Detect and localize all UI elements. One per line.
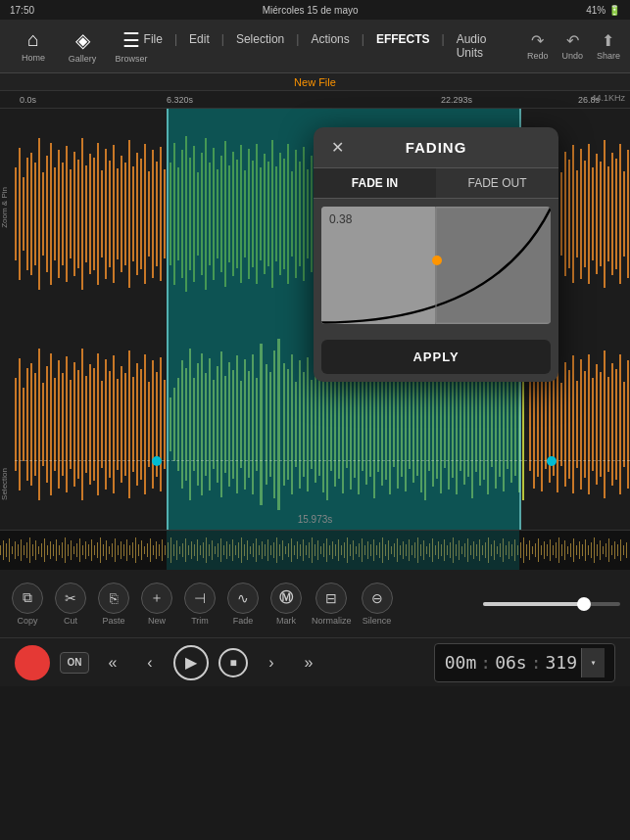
svg-rect-496 xyxy=(541,545,542,555)
svg-rect-148 xyxy=(600,162,602,266)
share-icon: ⬆ xyxy=(602,31,614,50)
time-minutes: 00m xyxy=(445,652,477,673)
svg-rect-304 xyxy=(604,350,606,498)
svg-rect-299 xyxy=(584,371,586,478)
svg-rect-526 xyxy=(167,531,519,570)
tool-cut[interactable]: ✂ Cut xyxy=(53,583,88,626)
svg-rect-324 xyxy=(35,540,36,560)
mark-label: Mark xyxy=(276,616,296,626)
svg-rect-150 xyxy=(607,166,609,261)
nav-gallery[interactable]: ◈ Gallery xyxy=(59,28,106,64)
time-seconds: 06s xyxy=(495,652,527,673)
tool-mark[interactable]: Ⓜ Mark xyxy=(268,583,304,626)
rewind-button[interactable]: « xyxy=(99,649,126,677)
svg-rect-500 xyxy=(553,545,554,555)
menu-edit[interactable]: Edit xyxy=(189,32,210,60)
share-button[interactable]: ⬆ Share xyxy=(597,31,620,61)
svg-rect-512 xyxy=(588,545,589,555)
tab-fade-out[interactable]: FADE OUT xyxy=(436,168,558,198)
svg-rect-285 xyxy=(529,378,531,471)
svg-rect-507 xyxy=(573,538,574,562)
svg-rect-510 xyxy=(582,544,583,556)
nav-gallery-label: Gallery xyxy=(69,54,97,64)
svg-rect-316 xyxy=(12,546,13,554)
svg-rect-305 xyxy=(607,377,609,472)
tab-fade-in[interactable]: FADE IN xyxy=(314,168,436,198)
svg-rect-171 xyxy=(73,362,75,487)
svg-rect-517 xyxy=(603,546,604,554)
tool-normalize[interactable]: ⊟ Normalize xyxy=(312,583,352,626)
svg-rect-506 xyxy=(570,543,571,557)
svg-rect-366 xyxy=(159,544,160,556)
forward-button[interactable]: › xyxy=(258,649,285,677)
fading-control-point[interactable] xyxy=(432,256,442,265)
back-button[interactable]: ‹ xyxy=(136,649,164,677)
svg-rect-522 xyxy=(617,544,618,556)
normalize-icon: ⊟ xyxy=(315,583,347,614)
redo-button[interactable]: ↷ Redo xyxy=(527,31,549,61)
svg-rect-505 xyxy=(567,546,568,554)
svg-rect-24 xyxy=(109,161,111,267)
menu-selection[interactable]: Selection xyxy=(236,32,284,60)
svg-rect-146 xyxy=(592,167,594,260)
tool-trim[interactable]: ⊣ Trim xyxy=(182,583,218,626)
menu-actions[interactable]: Actions xyxy=(311,32,349,60)
tool-copy[interactable]: ⧉ Copy xyxy=(10,583,45,626)
svg-rect-495 xyxy=(538,538,539,562)
selection-handle-left[interactable] xyxy=(152,456,162,466)
selection-duration: 15.973s xyxy=(298,514,333,525)
time-indicator: 15.973s xyxy=(298,514,333,525)
svg-rect-309 xyxy=(623,382,625,467)
fading-close-button[interactable]: ✕ xyxy=(325,136,349,160)
fading-title: FADING xyxy=(406,139,467,156)
svg-rect-363 xyxy=(150,538,151,562)
on-button[interactable]: ON xyxy=(60,652,89,674)
svg-rect-5 xyxy=(34,163,36,265)
svg-rect-160 xyxy=(30,363,32,486)
svg-rect-17 xyxy=(81,138,83,290)
svg-rect-176 xyxy=(93,368,95,481)
stop-icon: ■ xyxy=(229,656,236,670)
status-date: Miércoles 15 de mayo xyxy=(263,5,359,16)
tool-silence[interactable]: ⊖ Silence xyxy=(360,583,395,626)
nav-home[interactable]: ⌂ Home xyxy=(10,28,57,64)
svg-rect-312 xyxy=(0,545,1,555)
svg-rect-182 xyxy=(117,379,119,470)
menu-effects[interactable]: EFFECTS xyxy=(376,32,430,60)
selection-left-border xyxy=(167,109,169,530)
volume-knob[interactable] xyxy=(577,597,591,611)
svg-rect-300 xyxy=(588,354,590,494)
svg-rect-350 xyxy=(112,543,113,557)
svg-rect-151 xyxy=(611,153,613,275)
tool-fade[interactable]: ∿ Fade xyxy=(225,583,261,626)
svg-rect-491 xyxy=(526,544,527,556)
svg-rect-156 xyxy=(15,378,17,471)
fade-label: Fade xyxy=(233,616,254,626)
svg-rect-186 xyxy=(132,377,134,472)
svg-rect-193 xyxy=(160,357,162,491)
fast-forward-button[interactable]: » xyxy=(295,649,322,677)
fading-apply-button[interactable]: APPLY xyxy=(321,340,551,374)
home-icon: ⌂ xyxy=(27,28,39,51)
minimap-svg xyxy=(0,531,630,570)
fading-graph[interactable]: 0.38 xyxy=(321,207,551,324)
copy-icon: ⧉ xyxy=(12,583,43,614)
frequency-label: 44.1KHz xyxy=(591,93,625,103)
svg-rect-321 xyxy=(26,542,27,558)
selection-handle-right[interactable] xyxy=(547,456,557,466)
time-dropdown[interactable]: ▾ xyxy=(581,648,605,677)
play-button[interactable]: ▶ xyxy=(173,645,209,680)
undo-button[interactable]: ↶ Undo xyxy=(561,31,583,61)
stop-button[interactable]: ■ xyxy=(218,648,248,677)
menu-file[interactable]: File xyxy=(144,32,163,60)
svg-rect-293 xyxy=(560,383,562,466)
svg-rect-520 xyxy=(611,545,612,555)
volume-slider[interactable] xyxy=(483,602,620,606)
tool-new[interactable]: ＋ New xyxy=(139,583,174,626)
record-button[interactable] xyxy=(15,645,50,680)
svg-rect-364 xyxy=(153,545,154,555)
tool-paste[interactable]: ⎘ Paste xyxy=(96,583,131,626)
browser-icon: ☰ xyxy=(122,28,140,52)
svg-rect-143 xyxy=(580,149,582,279)
menu-audiounits[interactable]: Audio Units xyxy=(457,32,487,60)
